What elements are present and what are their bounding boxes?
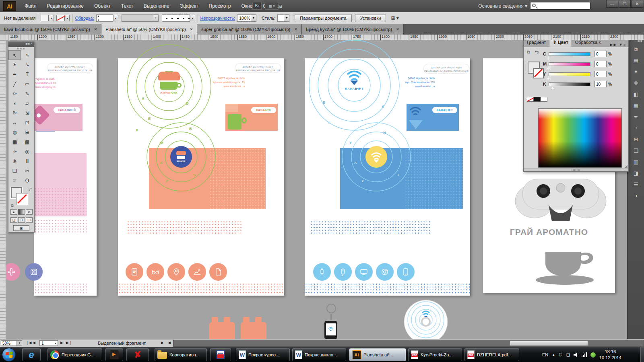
opacity-link[interactable]: Непрозрачность:	[200, 16, 235, 21]
taskbar-illustrator-planshetu[interactable]: AiPlanshetu.ai*...	[349, 348, 406, 361]
tab-brend-buk2[interactable]: Бренд 6ук2.ai* @ 100% (CMYK/Просмотр)✕	[302, 24, 404, 35]
tool-selection[interactable]: ↖	[8, 50, 21, 60]
dock-panel-icon[interactable]: ⧉	[627, 44, 644, 55]
tab-color[interactable]: ⇕ Цвет	[549, 40, 572, 47]
swap-fill-stroke-icon[interactable]: ⇄	[29, 187, 32, 191]
close-icon[interactable]: ✕	[94, 27, 97, 31]
clock[interactable]: 18:16 10.12.2014	[599, 349, 621, 361]
document-setup-button[interactable]: Параметры документа	[295, 14, 351, 22]
tab-super-grafica[interactable]: super-grafica.ai* @ 100% (CMYK/Просмотр)…	[197, 24, 302, 35]
dock-panel-icon[interactable]: ◑	[627, 190, 644, 202]
scroll-left-icon[interactable]: ◀	[168, 341, 171, 345]
panel-resize-handle[interactable]: ◢	[625, 164, 627, 168]
taskbar-folder-corporate[interactable]: Корпоративн...	[155, 348, 207, 361]
yellow-slider-thumb[interactable]	[547, 76, 550, 79]
opacity-value[interactable]: 100%▼	[237, 14, 256, 22]
magenta-value-field[interactable]: 0	[594, 61, 607, 67]
fill-dropdown-arrow[interactable]: ▼	[49, 15, 54, 21]
dock-panel-icon[interactable]: ❖	[627, 78, 644, 89]
first-artboard-icon[interactable]: ❘◀	[26, 341, 31, 345]
default-fill-stroke-icon[interactable]: ⧉	[11, 204, 13, 208]
taskbar-word-kursova[interactable]: WПокрас курсо...	[236, 348, 290, 361]
dock-panel-icon[interactable]: ◨	[627, 168, 644, 179]
tool-rotate[interactable]: ↻	[8, 108, 21, 118]
tool-line-segment[interactable]: ╱	[8, 79, 21, 89]
yellow-slider[interactable]	[549, 72, 590, 76]
tool-free-transform[interactable]: ⊡	[21, 118, 33, 128]
last-artboard-icon[interactable]: ▶❘	[66, 341, 72, 345]
tool-scale[interactable]: ⇲	[21, 108, 33, 118]
tab-kava-bicubic[interactable]: kava-bicubic.ai @ 150% (CMYK/Просмотр)✕	[0, 24, 101, 35]
tool-eyedropper[interactable]: ✑	[8, 147, 21, 156]
panel-collapse-icon[interactable]: ◀◀ ✕	[8, 42, 34, 47]
tool-hand[interactable]: ☞	[8, 176, 21, 185]
magenta-slider-thumb[interactable]	[547, 66, 550, 69]
tool-width[interactable]: ↔	[8, 118, 21, 128]
yellow-value-field[interactable]: 0	[594, 71, 607, 77]
expand-dock-icon[interactable]: ◀◀	[627, 40, 644, 44]
menu-select[interactable]: Выделение	[138, 0, 175, 12]
tool-paintbrush[interactable]: ✏	[8, 89, 21, 99]
dock-panel-icon[interactable]: ◧	[627, 89, 644, 100]
taskbar-chrome-translator[interactable]: Переводчик G...	[47, 348, 102, 361]
menu-view[interactable]: Просмотр	[204, 0, 236, 12]
color-mode-button[interactable]: ■	[10, 209, 17, 215]
volume-icon[interactable]	[574, 353, 578, 357]
tool-pen[interactable]: ✒	[8, 70, 21, 79]
next-artboard-icon[interactable]: ▶	[60, 341, 63, 345]
none-swatch[interactable]	[527, 97, 534, 102]
taskbar-red-app[interactable]: ✘	[126, 348, 149, 361]
tab-gradient[interactable]: Градиент	[524, 40, 549, 47]
cyan-slider-thumb[interactable]	[547, 56, 550, 59]
dock-panel-icon[interactable]: ✦	[627, 66, 644, 78]
panel-grip[interactable]: ▮▮▮▮▮▮▮	[524, 169, 628, 171]
taskbar-internet-explorer[interactable]: e	[22, 348, 41, 361]
stroke-link[interactable]: Обводка:	[75, 16, 94, 21]
menu-object[interactable]: Объект	[89, 0, 116, 12]
black-swatch[interactable]	[534, 97, 541, 102]
tool-slice[interactable]: ✂	[21, 166, 33, 176]
expand-panels-icon[interactable]: ▶▶	[610, 43, 617, 47]
preferences-button[interactable]: Установки	[355, 14, 386, 22]
close-icon[interactable]: ✕	[190, 27, 193, 31]
tool-column-graph[interactable]: Ⅲ	[21, 156, 33, 166]
app-search-input[interactable]	[530, 2, 590, 10]
tool-mesh[interactable]: ▦	[8, 137, 21, 147]
restore-button[interactable]: ❐	[619, 0, 631, 8]
taskbar-word-diploma[interactable]: WПокрас дипло...	[292, 348, 346, 361]
antivirus-icon[interactable]	[590, 352, 596, 358]
tool-perspective-grid[interactable]: ⊞	[21, 128, 33, 137]
show-hidden-icons[interactable]: ▲	[552, 353, 555, 357]
menu-type[interactable]: Текст	[116, 0, 138, 12]
close-icon[interactable]: ✕	[294, 27, 297, 31]
brush-definition[interactable]	[162, 14, 190, 22]
language-indicator[interactable]: EN	[542, 352, 548, 357]
black-slider-thumb[interactable]	[551, 86, 554, 89]
tool-rectangle[interactable]: ▭	[21, 79, 33, 89]
scrollbar-thumb[interactable]	[510, 341, 588, 346]
tool-zoom[interactable]: Ϙ	[21, 176, 33, 185]
white-swatch[interactable]	[541, 97, 547, 102]
tab-planshetu[interactable]: Planshetu.ai* @ 50% (CMYK/Просмотр)✕	[101, 24, 197, 35]
arrange-documents-icon[interactable]: ▦ ▾	[265, 2, 279, 10]
cyan-slider[interactable]	[549, 52, 590, 56]
screen-mode-button[interactable]: ▣	[13, 225, 29, 231]
horizontal-scrollbar[interactable]	[173, 340, 644, 347]
panel-grip[interactable]: ▮▮▮▮▮▮	[8, 47, 34, 50]
taskbar-floppy-app[interactable]	[210, 348, 231, 361]
magenta-slider[interactable]	[549, 62, 590, 66]
panel-menu-icon[interactable]: ▼≡	[619, 43, 626, 47]
gradient-mode-button[interactable]	[18, 209, 25, 215]
tool-gradient[interactable]: ▤	[21, 137, 33, 147]
tool-direct-selection[interactable]: ⇖	[21, 50, 33, 60]
zoom-dropdown-arrow[interactable]: ▼	[17, 340, 22, 346]
tool-blend[interactable]: ◎	[21, 147, 33, 156]
prev-artboard-icon[interactable]: ◀	[33, 341, 35, 345]
draw-inside-button[interactable]: ❒	[26, 217, 33, 223]
tool-lasso[interactable]: ∿	[21, 60, 33, 70]
close-icon[interactable]: ✕	[396, 27, 399, 31]
taskbar-pdf-kyrsproekt[interactable]: KyrsProekt-Za...	[408, 348, 462, 361]
dock-panel-icon[interactable]: ✒	[627, 111, 644, 123]
stroke-weight-arrow[interactable]: ▼	[113, 15, 118, 21]
dock-panel-icon[interactable]: ▥	[627, 156, 644, 168]
